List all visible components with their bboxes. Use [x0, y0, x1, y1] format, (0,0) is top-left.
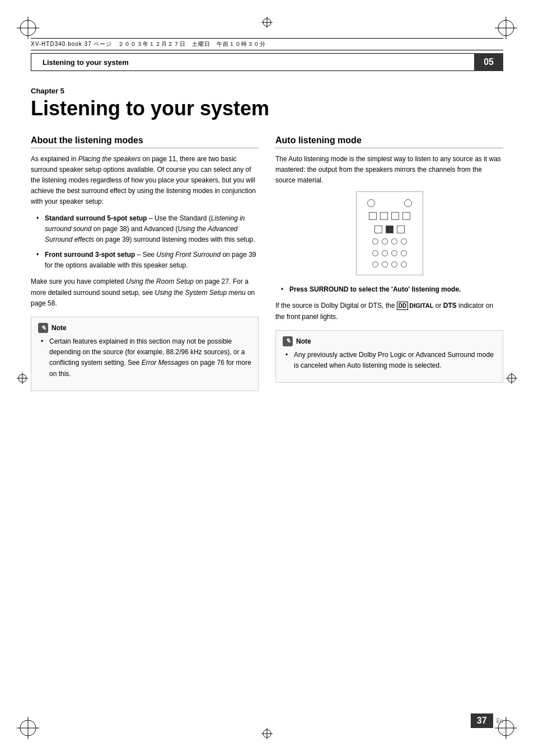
- speaker-c11: [391, 261, 397, 267]
- left-note-icon: ✎: [38, 323, 48, 333]
- speaker-r6-filled: [386, 226, 394, 233]
- header-bar: XV-HTD340.book 37 ページ ２００３年１２月２７日 土曜日 午前…: [31, 38, 503, 50]
- page-footer: 37 En: [471, 713, 503, 728]
- speaker-diagram: [356, 191, 423, 275]
- main-content: Chapter 5 Listening to your system About…: [31, 87, 503, 711]
- page-locale: En: [496, 718, 503, 724]
- speaker-fr: [404, 199, 412, 207]
- chapter-title: Listening to your system: [31, 97, 503, 120]
- speaker-c1: [372, 238, 378, 245]
- right-note-box: ✎ Note Any previously active Dolby Pro L…: [275, 330, 503, 383]
- right-section-heading: Auto listening mode: [275, 135, 503, 148]
- right-note-list: Any previously active Dolby Pro Logic or…: [285, 350, 496, 371]
- header-japanese: XV-HTD340.book 37 ページ ２００３年１２月２７日 土曜日 午前…: [31, 40, 266, 48]
- speaker-r5: [374, 226, 382, 233]
- digital-indicator: DD DIGITAL: [397, 301, 434, 311]
- speaker-r3: [391, 212, 399, 220]
- speaker-c8: [401, 250, 407, 256]
- press-instruction-list: Press SURROUND to select the 'Auto' list…: [281, 284, 503, 295]
- speaker-c9: [372, 261, 378, 267]
- section-tab-number: 05: [474, 53, 503, 71]
- speaker-c6: [382, 250, 388, 256]
- reg-mark-right: [506, 373, 517, 384]
- corner-mark-bl: [17, 717, 39, 739]
- bullet-item-2: Front surround 3-spot setup – See Using …: [36, 250, 259, 271]
- speaker-row-4: [372, 238, 407, 245]
- page-container: XV-HTD340.book 37 ページ ２００３年１２月２７日 土曜日 午前…: [0, 0, 534, 756]
- right-note-icon: ✎: [283, 336, 293, 346]
- speaker-row-5: [372, 250, 407, 256]
- press-instruction-item: Press SURROUND to select the 'Auto' list…: [281, 284, 503, 295]
- speaker-c5: [372, 250, 378, 256]
- left-make-sure-text: Make sure you have completed Using the R…: [31, 276, 259, 309]
- speaker-r7: [397, 226, 405, 233]
- reg-mark-left: [17, 373, 28, 384]
- section-number-text: 05: [484, 57, 494, 67]
- page-number: 37: [471, 713, 493, 728]
- speaker-c12: [401, 261, 407, 267]
- speaker-row-2: [369, 212, 410, 220]
- chapter-label: Chapter 5: [31, 87, 503, 95]
- speaker-c10: [382, 261, 388, 267]
- two-columns: About the listening modes As explained i…: [31, 135, 503, 391]
- left-section-heading: About the listening modes: [31, 135, 259, 148]
- reg-mark-bottom: [261, 728, 273, 739]
- left-note-text: Certain features explained in this secti…: [41, 336, 251, 379]
- speaker-c2: [382, 238, 388, 245]
- speaker-c4: [401, 238, 407, 245]
- speaker-row-3: [374, 226, 405, 233]
- reg-mark-top: [261, 17, 273, 28]
- speaker-r1: [369, 212, 377, 220]
- left-note-label: Note: [51, 324, 67, 332]
- speaker-r2: [380, 212, 388, 220]
- speaker-fl: [367, 199, 375, 207]
- speaker-row-1: [367, 199, 412, 207]
- section-tab-label: Listening to your system: [31, 53, 474, 71]
- speaker-row-6: [372, 261, 407, 267]
- corner-mark-tr: [495, 17, 517, 39]
- section-tab: Listening to your system 05: [31, 53, 503, 71]
- corner-mark-tl: [17, 17, 39, 39]
- right-intro-text: The Auto listening mode is the simplest …: [275, 154, 503, 186]
- right-column: Auto listening mode The Auto listening m…: [275, 135, 503, 391]
- left-note-list: Certain features explained in this secti…: [41, 336, 251, 379]
- left-intro-text: As explained in Placing the speakers on …: [31, 154, 259, 208]
- right-follow-up-text: If the source is Dolby Digital or DTS, t…: [275, 300, 503, 322]
- dd-icon: DD: [397, 302, 408, 310]
- chapter-header: Listening to your system 05: [31, 53, 503, 71]
- speaker-c7: [391, 250, 397, 256]
- bullet-item-1: Standard surround 5-spot setup – Use the…: [36, 213, 259, 246]
- right-note-header: ✎ Note: [283, 336, 496, 346]
- speaker-r4: [402, 212, 410, 220]
- left-column: About the listening modes As explained i…: [31, 135, 259, 391]
- left-note-box: ✎ Note Certain features explained in thi…: [31, 317, 259, 391]
- section-label-text: Listening to your system: [43, 58, 129, 67]
- left-note-header: ✎ Note: [38, 323, 251, 333]
- bullet-list: Standard surround 5-spot setup – Use the…: [36, 213, 259, 271]
- speaker-c3: [391, 238, 397, 245]
- right-note-label: Note: [296, 337, 311, 345]
- right-note-text: Any previously active Dolby Pro Logic or…: [285, 350, 496, 371]
